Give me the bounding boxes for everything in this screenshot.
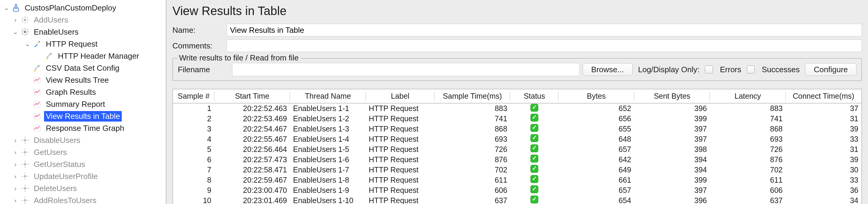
table-row[interactable]: 820:22:59.467EnableUsers 1-8HTTP Request… (173, 175, 861, 185)
table-row[interactable]: 1020:23:01.469EnableUsers 1-10HTTP Reque… (173, 195, 861, 204)
svg-rect-8 (22, 21, 24, 23)
cell-label: HTTP Request (366, 175, 435, 185)
col-thread-name[interactable]: Thread Name (290, 89, 366, 103)
name-input[interactable] (227, 24, 862, 36)
tree-label[interactable]: HTTP Header Manager (56, 51, 141, 61)
table-row[interactable]: 720:22:58.471EnableUsers 1-7HTTP Request… (173, 165, 861, 175)
tree-panel[interactable]: ⌄ CustosPlanCustomDeploy › AddUsers ⌄ En… (0, 0, 166, 204)
svg-point-30 (24, 151, 27, 154)
tree-label[interactable]: HTTP Request (44, 39, 99, 49)
tree-label[interactable]: AddRolesToUsers (32, 195, 98, 204)
tree-node-deleteusers[interactable]: › DeleteUsers (0, 182, 166, 194)
cell-sample: 10 (173, 195, 214, 204)
chevron-right-icon[interactable]: › (11, 185, 20, 192)
svg-point-19 (38, 41, 40, 42)
chevron-right-icon[interactable]: › (11, 149, 20, 156)
table-row[interactable]: 920:23:00.470EnableUsers 1-9HTTP Request… (173, 185, 861, 195)
table-row[interactable]: 120:22:52.463EnableUsers 1-1HTTP Request… (173, 103, 861, 113)
tree-label[interactable]: GetUsers (32, 147, 69, 158)
errors-checkbox[interactable] (705, 66, 713, 73)
comments-input[interactable] (227, 39, 862, 52)
tree-label[interactable]: DisableUsers (32, 135, 82, 146)
tree-node-viewtree[interactable]: View Results Tree (0, 74, 166, 86)
svg-rect-1 (25, 16, 25, 18)
cell-status (510, 175, 558, 185)
chevron-down-icon[interactable]: ⌄ (2, 4, 11, 11)
configure-button[interactable]: Configure (805, 63, 857, 76)
chevron-right-icon[interactable]: › (11, 16, 20, 24)
tree-label[interactable]: EnableUsers (32, 27, 81, 37)
cell-sent: 398 (634, 144, 710, 155)
col-start-time[interactable]: Start Time (214, 89, 290, 103)
tree-node-updateuser[interactable]: › UpdateUserProfile (0, 170, 166, 182)
cell-lat: 726 (710, 144, 785, 155)
tree-label[interactable]: AddUsers (32, 15, 70, 25)
svg-rect-15 (27, 33, 28, 35)
chevron-down-icon[interactable]: ⌄ (11, 28, 20, 35)
tree-node-csv[interactable]: CSV Data Set Config (0, 62, 166, 74)
table-row[interactable]: 320:22:54.467EnableUsers 1-3HTTP Request… (173, 124, 861, 134)
tree-node-addusers[interactable]: › AddUsers (0, 14, 166, 26)
table-row[interactable]: 520:22:56.464EnableUsers 1-5HTTP Request… (173, 144, 861, 155)
gear-icon (20, 183, 30, 194)
cell-stime: 637 (435, 195, 510, 204)
tree-node-graphresults[interactable]: Graph Results (0, 86, 166, 98)
tree-node-addroles[interactable]: › AddRolesToUsers (0, 194, 166, 204)
table-row[interactable]: 220:22:53.469EnableUsers 1-2HTTP Request… (173, 113, 861, 124)
browse-button[interactable]: Browse... (583, 63, 632, 76)
table-row[interactable]: 420:22:55.467EnableUsers 1-4HTTP Request… (173, 134, 861, 144)
tree-label[interactable]: UpdateUserProfile (32, 171, 99, 182)
svg-rect-37 (25, 167, 25, 168)
errors-label[interactable]: Errors (718, 65, 744, 74)
cell-bytes: 656 (558, 113, 634, 124)
chevron-right-icon[interactable]: › (11, 173, 20, 180)
col-status[interactable]: Status (510, 89, 558, 103)
results-table[interactable]: Sample # Start Time Thread Name Label Sa… (173, 89, 861, 204)
svg-rect-53 (22, 200, 23, 201)
cell-stime: 883 (435, 103, 510, 113)
tree-node-enableusers[interactable]: ⌄ EnableUsers (0, 26, 166, 38)
tree-label[interactable]: Graph Results (44, 87, 98, 98)
chevron-down-icon[interactable]: ⌄ (23, 40, 32, 47)
col-sample-time[interactable]: Sample Time(ms) (435, 89, 510, 103)
filename-input[interactable] (232, 63, 580, 76)
tree-label[interactable]: Response Time Graph (44, 123, 126, 134)
col-latency[interactable]: Latency (710, 89, 785, 103)
tree-node-http-header[interactable]: HTTP Header Manager (0, 50, 166, 62)
successes-checkbox[interactable] (747, 66, 755, 73)
tree-node-root[interactable]: ⌄ CustosPlanCustomDeploy (0, 2, 166, 14)
cell-stime: 702 (435, 165, 510, 175)
tree-label[interactable]: DeleteUsers (32, 183, 79, 194)
chevron-right-icon[interactable]: › (11, 197, 20, 204)
col-sample[interactable]: Sample # (173, 89, 214, 103)
tree-label[interactable]: Summary Report (44, 99, 107, 109)
svg-rect-10 (25, 28, 25, 30)
tree-label[interactable]: CSV Data Set Config (44, 63, 121, 73)
cell-status (510, 185, 558, 195)
tree-node-viewtable[interactable]: View Results in Table (0, 110, 166, 122)
successes-label[interactable]: Successes (760, 65, 802, 74)
file-fieldset: Write results to file / Read from file F… (173, 58, 862, 81)
tree-label[interactable]: GetUserStatus (32, 159, 87, 170)
tree-node-responsegraph[interactable]: Response Time Graph (0, 122, 166, 134)
col-connect-time[interactable]: Connect Time(ms) (786, 89, 861, 103)
tree-node-getuserstatus[interactable]: › GetUserStatus (0, 158, 166, 170)
tree-node-disableusers[interactable]: › DisableUsers (0, 134, 166, 146)
col-label[interactable]: Label (366, 89, 435, 103)
svg-rect-52 (25, 203, 25, 204)
tree-node-summary[interactable]: Summary Report (0, 98, 166, 110)
table-row[interactable]: 620:22:57.473EnableUsers 1-6HTTP Request… (173, 155, 861, 165)
tree-label[interactable]: CustosPlanCustomDeploy (23, 3, 118, 13)
tree-node-http-request[interactable]: ⌄ HTTP Request (0, 38, 166, 50)
tree-node-getusers[interactable]: › GetUsers (0, 146, 166, 158)
col-sent-bytes[interactable]: Sent Bytes (634, 89, 710, 103)
comments-label: Comments: (173, 41, 227, 50)
cell-thread: EnableUsers 1-3 (290, 124, 366, 134)
chevron-right-icon[interactable]: › (11, 161, 20, 168)
name-row: Name: (173, 24, 862, 36)
col-bytes[interactable]: Bytes (558, 89, 634, 103)
chevron-right-icon[interactable]: › (11, 137, 20, 144)
svg-rect-42 (25, 179, 25, 180)
tree-label[interactable]: View Results in Table (44, 111, 122, 122)
tree-label[interactable]: View Results Tree (44, 75, 111, 86)
